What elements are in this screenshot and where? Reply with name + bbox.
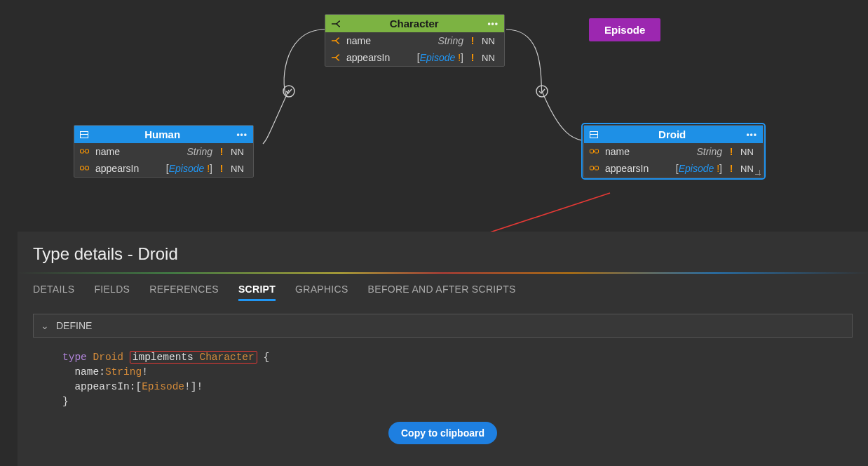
svg-rect-5 [86,149,89,153]
non-null-label: NN [482,36,499,46]
field-name: appearsIn [95,163,139,174]
table-icon [80,131,88,138]
field-fork-icon [331,36,341,45]
svg-rect-11 [595,149,599,153]
node-character[interactable]: Character ••• name String ! NN appearsIn… [325,14,505,67]
tab-before-after[interactable]: BEFORE AND AFTER SCRIPTS [368,284,516,301]
field-link-icon [80,147,90,156]
field-type: [Episode !] [654,163,722,174]
non-null-label: NN [482,53,499,63]
non-null-bang: ! [469,52,476,63]
svg-rect-7 [81,166,84,170]
details-tabs: DETAILS FIELDS REFERENCES SCRIPT GRAPHIC… [18,274,868,308]
field-row[interactable]: name String ! NN [74,143,253,160]
type-details-panel: Type details - Droid DETAILS FIELDS REFE… [18,232,868,466]
field-type: [Episode !] [395,52,463,63]
field-name: name [95,146,120,157]
non-null-label: NN [231,164,247,174]
non-null-label: NN [740,147,757,157]
field-row[interactable]: name String ! NN [325,32,504,49]
node-droid[interactable]: Droid ••• name String ! NN appearsIn [Ep… [583,125,764,178]
table-icon [590,131,598,138]
node-menu-icon[interactable]: ••• [236,130,247,140]
details-heading: Type details - Droid [18,232,868,272]
field-link-icon [80,164,90,173]
node-character-header[interactable]: Character ••• [325,15,504,32]
field-name: name [605,146,630,157]
field-name: appearsIn [605,163,649,174]
node-menu-icon[interactable]: ••• [746,130,757,140]
resize-handle[interactable] [754,168,761,175]
svg-rect-13 [590,166,594,170]
field-row[interactable]: appearsIn [Episode !] ! NN [325,49,504,66]
non-null-bang: ! [218,163,225,174]
chevron-down-icon: ⌄ [41,320,49,331]
field-row[interactable]: name String ! NN [584,143,763,160]
node-human-title: Human [88,128,236,140]
field-name: name [346,35,371,46]
node-character-title: Character [341,18,487,29]
svg-point-0 [283,86,294,97]
tab-graphics[interactable]: GRAPHICS [295,284,348,301]
divider-rainbow [18,272,868,274]
script-code-block: type Droid implements Character { name:S… [62,350,840,409]
tab-script[interactable]: SCRIPT [238,284,276,301]
svg-rect-8 [86,166,89,170]
interface-fork-icon [331,20,341,28]
episode-chip-label: Episode [604,24,645,36]
node-human-header[interactable]: Human ••• [74,126,253,143]
non-null-bang: ! [469,35,476,46]
svg-point-1 [536,86,548,97]
node-menu-icon[interactable]: ••• [487,19,499,29]
tab-references[interactable]: REFERENCES [149,284,219,301]
node-droid-header[interactable]: Droid ••• [584,126,763,143]
define-label: DEFINE [56,320,92,331]
non-null-bang: ! [218,146,225,157]
field-type: String [126,146,212,157]
field-link-icon [590,164,599,173]
field-fork-icon [331,53,341,62]
define-section-header[interactable]: ⌄ DEFINE [33,314,853,338]
svg-rect-10 [590,149,594,153]
field-row[interactable]: appearsIn [Episode !] ! NN [584,160,763,177]
field-link-icon [590,147,599,156]
field-row[interactable]: appearsIn [Episode !] ! NN [74,160,253,177]
field-type: String [377,35,463,46]
non-null-bang: ! [728,146,735,157]
non-null-bang: ! [728,163,735,174]
node-human[interactable]: Human ••• name String ! NN appearsIn [Ep… [74,125,254,178]
field-name: appearsIn [346,52,390,63]
tab-fields[interactable]: FIELDS [94,284,130,301]
svg-rect-14 [595,166,599,170]
field-type: String [635,146,722,157]
svg-rect-4 [81,149,84,153]
tab-details[interactable]: DETAILS [33,284,74,301]
field-type: [Episode !] [144,163,212,174]
node-droid-title: Droid [598,128,746,140]
copy-to-clipboard-button[interactable]: Copy to clipboard [388,422,497,444]
non-null-label: NN [231,147,247,157]
episode-type-chip[interactable]: Episode [589,18,660,41]
